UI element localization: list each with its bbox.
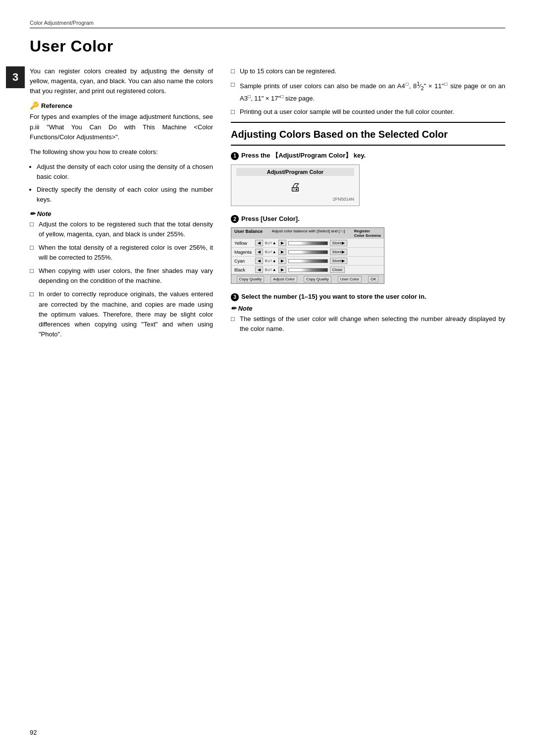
page: Color Adjustment/Program User Color 3 Yo…: [0, 0, 535, 756]
page-title: User Color: [30, 37, 505, 55]
step-1-text: Press the 【Adjust/Program Color】 key.: [241, 151, 505, 161]
screen-2-header: User Balance Adjust color balance with […: [231, 228, 384, 239]
note-checklist: Adjust the colors to be registered such …: [30, 219, 213, 340]
step-1: 1 Press the 【Adjust/Program Color】 key. …: [231, 151, 505, 206]
list-item: Printing out a user color sample will be…: [231, 107, 505, 117]
list-item: The settings of the user color will chan…: [231, 314, 505, 334]
cyan-up-btn[interactable]: ▶: [278, 258, 286, 264]
note-icon-3: ✏: [231, 305, 236, 312]
bullet-list: Adjust the density of each color using t…: [30, 162, 213, 205]
footer-ok-btn[interactable]: OK: [368, 276, 379, 282]
yellow-slider: [288, 241, 328, 245]
screen-header-right: Adjust color balance with [Select] and […: [272, 229, 345, 238]
color-label-black: Black: [234, 268, 253, 272]
step-2-screen: User Balance Adjust color balance with […: [231, 227, 384, 284]
list-item: Sample prints of user colors can also be…: [231, 80, 505, 104]
magenta-up-btn[interactable]: ▶: [278, 249, 286, 255]
cyan-store-btn[interactable]: Store▶: [330, 258, 347, 264]
cyan-down-btn[interactable]: ◀: [255, 258, 263, 264]
list-item: Up to 15 colors can be registered.: [231, 66, 505, 76]
footer-copy-quality-btn[interactable]: Copy Quality: [237, 276, 265, 282]
note-label: Note: [37, 210, 52, 217]
step-1-screen: Adjust/Program Color 🖨 2FN5014N: [231, 164, 360, 206]
left-column: 3 You can register colors created by adj…: [30, 66, 213, 344]
screen-1-title: Adjust/Program Color: [236, 168, 354, 176]
list-item: When the total density of a registered c…: [30, 243, 213, 263]
step-2-label: 2 Press [User Color].: [231, 214, 505, 224]
step-3-note-label: Note: [238, 305, 253, 312]
chapter-marker: 3: [6, 66, 25, 88]
screen-1-ref: 2FN5014N: [236, 197, 354, 202]
black-close-btn[interactable]: Close: [330, 267, 345, 273]
step-3: 3 Select the number (1–15) you want to s…: [231, 292, 505, 334]
cyan-slider: [288, 259, 328, 263]
screen-1-content: 🖨: [236, 178, 354, 195]
reference-label: Reference: [41, 102, 72, 109]
black-down-btn[interactable]: ◀: [255, 267, 263, 273]
step-3-text: Select the number (1–15) you want to sto…: [241, 292, 505, 302]
list-item: Adjust the density of each color using t…: [37, 162, 213, 182]
step-2-number: 2: [231, 215, 239, 223]
color-row-black: Black ◀ 0↓/↑▲ ▶ Close: [231, 266, 384, 274]
top-divider: [30, 28, 505, 28]
section-title: Adjusting Colors Based on the Selected C…: [231, 128, 505, 141]
reference-body: For types and examples of the image adju…: [30, 112, 213, 142]
step-1-label: 1 Press the 【Adjust/Program Color】 key.: [231, 151, 505, 161]
color-row-magenta: Magenta ◀ 0↓/↑▲ ▶ Store▶: [231, 248, 384, 257]
step-3-note-list: The settings of the user color will chan…: [231, 314, 505, 334]
yellow-store-btn[interactable]: Store▶: [330, 240, 347, 246]
reference-heading: 🔑 Reference: [30, 101, 213, 110]
list-item: Adjust the colors to be registered such …: [30, 219, 213, 239]
color-label-yellow: Yellow: [234, 241, 253, 246]
screen-2-footer: Copy Quality Adjust Color Copy Quality U…: [231, 274, 384, 283]
color-row-yellow: Yellow ◀ 0↓/↑▲ ▶ Store▶: [231, 239, 384, 248]
step-1-number: 1: [231, 152, 239, 160]
intro-text: You can register colors created by adjus…: [30, 66, 213, 96]
right-column: Up to 15 colors can be registered. Sampl…: [231, 66, 505, 342]
magenta-down-btn[interactable]: ◀: [255, 249, 263, 255]
color-label-magenta: Magenta: [234, 250, 253, 255]
list-item: Directly specify the density of each col…: [37, 185, 213, 205]
color-row-cyan: Cyan ◀ 0↓/↑▲ ▶ Store▶: [231, 257, 384, 266]
page-number: 92: [30, 729, 37, 736]
step-2-text: Press [User Color].: [241, 214, 505, 224]
note-heading: ✏ Note: [30, 210, 213, 217]
magenta-slider: [288, 250, 328, 254]
register-col-header: RegisterColor Screens: [354, 229, 381, 238]
yellow-down-btn[interactable]: ◀: [255, 240, 263, 246]
footer-adjust-color-btn[interactable]: Adjust Color: [270, 276, 297, 282]
list-item: In order to correctly reproduce original…: [30, 289, 213, 339]
breadcrumb: Color Adjustment/Program: [30, 20, 505, 26]
magenta-store-btn[interactable]: Store▶: [330, 249, 347, 255]
reference-icon: 🔑: [30, 101, 39, 110]
black-slider: [288, 268, 328, 272]
main-content: 3 You can register colors created by adj…: [30, 66, 505, 344]
black-up-btn[interactable]: ▶: [278, 267, 286, 273]
section-divider: [231, 122, 505, 123]
step-2: 2 Press [User Color]. User Balance Adjus…: [231, 214, 505, 284]
following-text: The following show you how to create col…: [30, 147, 213, 157]
printer-icon: 🖨: [290, 181, 301, 194]
footer-copy-quality2-btn[interactable]: Copy Quality: [304, 276, 331, 282]
yellow-up-btn[interactable]: ▶: [278, 240, 286, 246]
color-label-cyan: Cyan: [234, 259, 253, 264]
step-3-label: 3 Select the number (1–15) you want to s…: [231, 292, 505, 302]
footer-user-color-btn[interactable]: User Color: [338, 276, 362, 282]
note-icon: ✏: [30, 210, 35, 217]
section-divider-bottom: [231, 145, 505, 146]
screen-header-left: User Balance: [234, 229, 263, 238]
list-item: When copying with user colors, the finer…: [30, 266, 213, 286]
step-3-note-heading: ✏ Note: [231, 305, 505, 312]
right-checklist: Up to 15 colors can be registered. Sampl…: [231, 66, 505, 117]
step-3-number: 3: [231, 293, 239, 301]
